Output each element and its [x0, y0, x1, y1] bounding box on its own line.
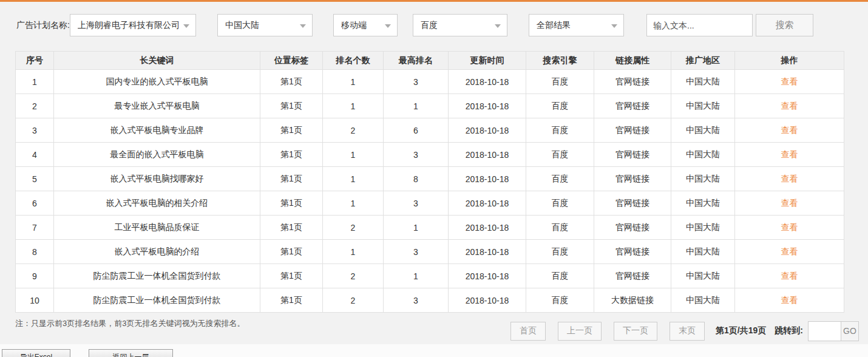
cell-index: 10	[16, 288, 54, 313]
cell-best-rank: 3	[384, 240, 449, 264]
search-button[interactable]: 搜索	[756, 14, 813, 36]
view-link[interactable]: 查看	[781, 271, 798, 280]
cell-action: 查看	[735, 167, 844, 191]
cell-index: 3	[16, 118, 54, 143]
cell-action: 查看	[735, 70, 844, 94]
cell-promo-region: 中国大陆	[671, 288, 735, 313]
cell-keyword: 防尘防震工业一体机全国货到付款	[54, 288, 260, 313]
table-row: 4最全面的嵌入式平板电脑第1页132018-10-18百度官网链接中国大陆查看	[16, 143, 844, 167]
cell-search-engine: 百度	[526, 143, 594, 167]
col-header-keyword: 长关键词	[54, 52, 260, 70]
table-row: 7工业平板电脑品质保证第1页212018-10-18百度官网链接中国大陆查看	[16, 216, 844, 240]
export-button[interactable]: 导出Excel	[2, 349, 70, 357]
cell-update-time: 2018-10-18	[449, 70, 526, 94]
cell-best-rank: 3	[384, 288, 449, 313]
cell-position: 第1页	[260, 94, 323, 118]
view-link[interactable]: 查看	[781, 198, 798, 208]
cell-index: 2	[16, 94, 54, 118]
back-button[interactable]: 返回上一层	[89, 349, 173, 357]
table-row: 10防尘防震工业一体机全国货到付款第1页232018-10-18百度大数据链接中…	[16, 288, 844, 313]
cell-action: 查看	[735, 191, 844, 216]
cell-promo-region: 中国大陆	[671, 264, 735, 288]
cell-position: 第1页	[260, 191, 323, 216]
plan-dropdown[interactable]: 上海朗睿电子科技有限公司	[70, 14, 196, 36]
cell-rank-count: 2	[323, 264, 384, 288]
cell-link-type: 官网链接	[594, 143, 671, 167]
col-header-action: 操作	[735, 52, 844, 70]
first-page-button[interactable]: 首页	[510, 322, 546, 341]
cell-update-time: 2018-10-18	[449, 264, 526, 288]
view-link[interactable]: 查看	[781, 174, 798, 183]
cell-update-time: 2018-10-18	[449, 240, 526, 264]
cell-position: 第1页	[260, 167, 323, 191]
cell-update-time: 2018-10-18	[449, 167, 526, 191]
cell-position: 第1页	[260, 240, 323, 264]
cell-search-engine: 百度	[526, 288, 594, 313]
cell-link-type: 官网链接	[594, 94, 671, 118]
cell-index: 4	[16, 143, 54, 167]
search-input[interactable]	[646, 14, 753, 36]
cell-rank-count: 1	[323, 70, 384, 94]
table-row: 3嵌入式平板电脑专业品牌第1页262018-10-18百度官网链接中国大陆查看	[16, 118, 844, 143]
cell-index: 9	[16, 264, 54, 288]
cell-position: 第1页	[260, 118, 323, 143]
cell-promo-region: 中国大陆	[671, 70, 735, 94]
table-row: 1国内专业的嵌入式平板电脑第1页132018-10-18百度官网链接中国大陆查看	[16, 70, 844, 94]
go-button[interactable]: GO	[841, 321, 859, 341]
cell-position: 第1页	[260, 70, 323, 94]
cell-position: 第1页	[260, 288, 323, 313]
cell-keyword: 国内专业的嵌入式平板电脑	[54, 70, 260, 94]
view-link[interactable]: 查看	[781, 125, 798, 135]
cell-link-type: 官网链接	[594, 167, 671, 191]
cell-promo-region: 中国大陆	[671, 167, 735, 191]
table-row: 9防尘防震工业一体机全国货到付款第1页212018-10-18百度官网链接中国大…	[16, 264, 844, 288]
keyword-rank-page: 广告计划名称: 上海朗睿电子科技有限公司 中国大陆 移动端 百度 全部结果 搜索	[0, 0, 868, 357]
cell-best-rank: 1	[384, 94, 449, 118]
cell-promo-region: 中国大陆	[671, 118, 735, 143]
cell-action: 查看	[735, 118, 844, 143]
table-row: 8嵌入式平板电脑的介绍第1页132018-10-18百度官网链接中国大陆查看	[16, 240, 844, 264]
cell-rank-count: 1	[323, 191, 384, 216]
cell-update-time: 2018-10-18	[449, 216, 526, 240]
cell-search-engine: 百度	[526, 240, 594, 264]
last-page-button[interactable]: 末页	[670, 322, 705, 341]
col-header-search-engine: 搜索引擎	[526, 52, 594, 70]
view-link[interactable]: 查看	[781, 295, 798, 305]
cell-index: 6	[16, 191, 54, 216]
cell-best-rank: 3	[384, 191, 449, 216]
cell-keyword: 最全面的嵌入式平板电脑	[54, 143, 260, 167]
cell-index: 5	[16, 167, 54, 191]
cell-promo-region: 中国大陆	[671, 191, 735, 216]
table-row: 6嵌入式平板电脑的相关介绍第1页132018-10-18百度官网链接中国大陆查看	[16, 191, 844, 216]
cell-keyword: 嵌入式平板电脑的相关介绍	[54, 191, 260, 216]
device-dropdown[interactable]: 移动端	[333, 14, 398, 36]
col-header-update-time: 更新时间	[449, 52, 526, 70]
cell-keyword: 工业平板电脑品质保证	[54, 216, 260, 240]
cell-search-engine: 百度	[526, 264, 594, 288]
region-dropdown[interactable]: 中国大陆	[217, 14, 313, 36]
view-link[interactable]: 查看	[781, 101, 798, 110]
view-link[interactable]: 查看	[781, 76, 798, 86]
prev-page-button[interactable]: 上一页	[558, 322, 602, 341]
view-link[interactable]: 查看	[781, 149, 798, 159]
cell-update-time: 2018-10-18	[449, 191, 526, 216]
engine-dropdown[interactable]: 百度	[413, 14, 507, 36]
cell-update-time: 2018-10-18	[449, 143, 526, 167]
result-dropdown[interactable]: 全部结果	[529, 14, 624, 36]
next-page-button[interactable]: 下一页	[614, 322, 657, 341]
cell-promo-region: 中国大陆	[671, 240, 735, 264]
page-info: 第1页/共19页	[716, 325, 766, 336]
cell-index: 7	[16, 216, 54, 240]
chevron-down-icon	[183, 24, 189, 28]
cell-rank-count: 1	[323, 143, 384, 167]
cell-rank-count: 2	[323, 288, 384, 313]
cell-link-type: 官网链接	[594, 70, 671, 94]
cell-best-rank: 6	[384, 118, 449, 143]
cell-action: 查看	[735, 216, 844, 240]
col-header-position: 位置标签	[260, 52, 323, 70]
view-link[interactable]: 查看	[781, 246, 798, 256]
jump-page-input[interactable]	[808, 321, 841, 341]
result-dropdown-value: 全部结果	[537, 20, 571, 31]
view-link[interactable]: 查看	[781, 222, 798, 232]
cell-update-time: 2018-10-18	[449, 94, 526, 118]
